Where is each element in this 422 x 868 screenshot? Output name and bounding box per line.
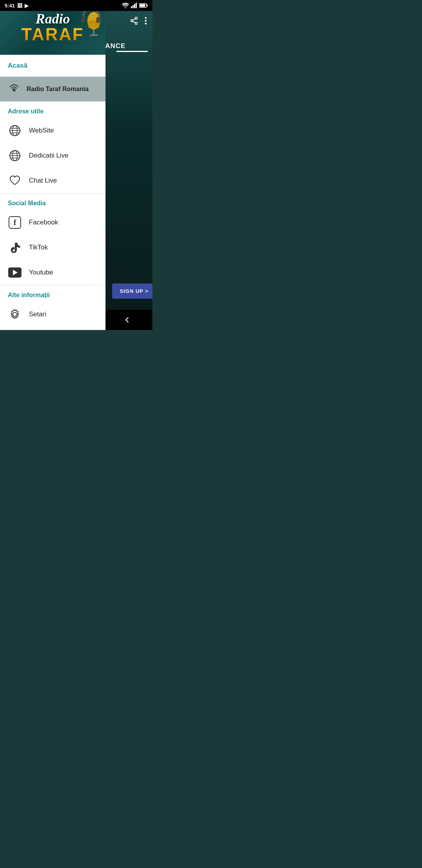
svg-point-36 xyxy=(13,312,17,316)
photo-icon: 🖼 xyxy=(17,3,22,9)
microphone-icon xyxy=(74,6,106,41)
chat-live-label: Chat Live xyxy=(29,177,57,185)
more-options-icon[interactable] xyxy=(145,16,147,25)
website-menu-item[interactable]: WebSite xyxy=(0,118,106,143)
svg-point-7 xyxy=(135,17,138,20)
radio-taraf-menu-item[interactable]: Radio Taraf Romania xyxy=(0,77,106,101)
time-display: 5:41 xyxy=(5,3,15,9)
logo-radio-text: Radio xyxy=(36,12,70,26)
drawer-menu-content: Acasă Radio Taraf Romania Adrese utile xyxy=(0,55,106,330)
chat-live-menu-item[interactable]: Chat Live xyxy=(0,168,106,193)
setari-menu-item[interactable]: Setari xyxy=(0,302,106,327)
tiktok-label: TikTok xyxy=(29,244,48,251)
section-alte-informatii: Alte informații xyxy=(0,285,106,302)
heart-icon xyxy=(8,174,22,188)
status-bar: 5:41 🖼 ▶ xyxy=(0,0,152,11)
dedicatii-live-menu-item[interactable]: Dedicatii Live xyxy=(0,143,106,168)
dedicatii-live-label: Dedicatii Live xyxy=(29,152,68,160)
youtube-icon xyxy=(8,265,22,280)
svg-rect-3 xyxy=(136,3,137,8)
status-right xyxy=(122,3,148,8)
selected-radio-label: Radio Taraf Romania xyxy=(27,86,89,93)
signup-button[interactable]: SIGN UP > xyxy=(112,283,152,299)
svg-point-14 xyxy=(145,23,147,25)
svg-rect-1 xyxy=(132,5,134,8)
dance-tab-underline xyxy=(116,51,148,52)
tiktok-icon xyxy=(8,240,22,255)
website-label: WebSite xyxy=(29,127,54,135)
back-nav-button[interactable] xyxy=(119,312,135,328)
home-menu-item[interactable]: Acasă xyxy=(0,55,106,77)
facebook-label: Facebook xyxy=(29,219,58,226)
play-icon: ▶ xyxy=(25,3,29,9)
share-icon[interactable] xyxy=(130,16,138,25)
svg-point-12 xyxy=(145,17,147,19)
svg-rect-19 xyxy=(81,17,85,23)
tiktok-menu-item[interactable]: TikTok xyxy=(0,235,106,260)
youtube-menu-item[interactable]: Youtube xyxy=(0,260,106,285)
svg-rect-6 xyxy=(147,5,148,7)
svg-point-8 xyxy=(131,20,133,22)
section-social-media: Social Media xyxy=(0,194,106,210)
gear-icon xyxy=(8,307,22,321)
globe-icon-1 xyxy=(8,124,22,138)
logo-container: Radio TARAF xyxy=(21,12,84,43)
svg-line-10 xyxy=(133,21,135,23)
svg-rect-0 xyxy=(131,6,132,8)
facebook-icon: f xyxy=(8,215,22,230)
svg-point-9 xyxy=(135,22,138,24)
svg-point-25 xyxy=(13,88,16,91)
svg-rect-5 xyxy=(140,4,145,7)
globe-icon-2 xyxy=(8,149,22,163)
svg-line-11 xyxy=(133,19,135,20)
setari-label: Setari xyxy=(29,310,46,318)
home-label: Acasă xyxy=(8,62,27,69)
facebook-menu-item[interactable]: f Facebook xyxy=(0,210,106,235)
youtube-label: Youtube xyxy=(29,269,53,276)
radio-wave-icon xyxy=(8,83,20,95)
section-adrese-utile: Adrese utile xyxy=(0,102,106,118)
svg-rect-2 xyxy=(134,4,135,8)
signal-icon xyxy=(131,3,137,8)
status-left: 5:41 🖼 ▶ xyxy=(5,3,29,9)
wifi-icon xyxy=(122,3,129,8)
svg-point-13 xyxy=(145,20,147,22)
battery-icon xyxy=(139,3,148,8)
navigation-drawer: Radio TARAF Acasă Radio Taraf Romania xyxy=(0,0,106,330)
